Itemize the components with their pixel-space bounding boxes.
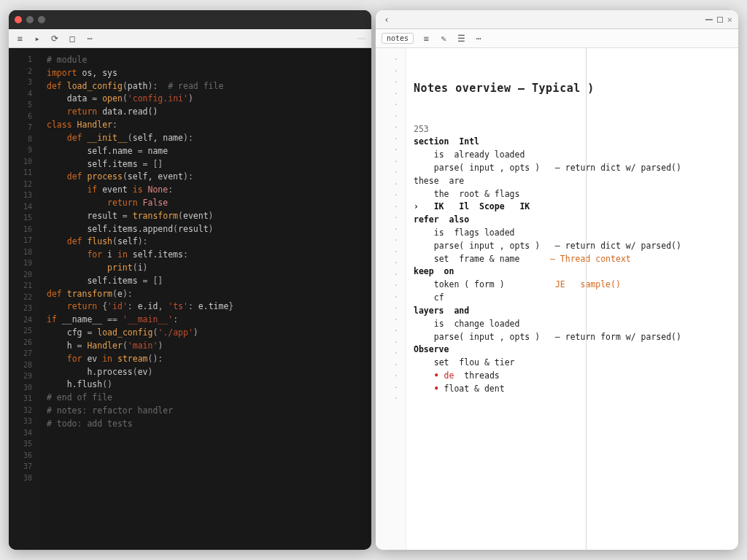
code-line[interactable]: token ( form ) JE sample() (414, 279, 731, 292)
code-line[interactable]: › IK Il Scope IK (414, 201, 731, 214)
reload-icon[interactable]: ⟳ (50, 34, 60, 44)
line-number: 37 (12, 461, 36, 472)
code-line[interactable]: is change loaded (414, 318, 731, 331)
code-line[interactable]: def load_config(path): # read file (47, 80, 364, 93)
code-line[interactable]: def process(self, event): (47, 171, 364, 184)
code-line[interactable]: # module (47, 54, 364, 67)
code-line[interactable]: self.name = name (47, 145, 364, 158)
code-line[interactable]: if event is None: (47, 184, 364, 197)
search-badge[interactable] (357, 38, 365, 39)
code-line[interactable]: # end of file (47, 392, 364, 405)
list-icon[interactable]: ≡ (421, 34, 431, 44)
minimize-icon[interactable] (705, 19, 713, 20)
line-number: · (379, 382, 403, 394)
code-line[interactable]: parse( input , opts ) — return dict w/ p… (414, 240, 731, 253)
code-line[interactable]: self.items = [] (47, 275, 364, 288)
left-gutter: 1234567891011121314151617181920212223242… (9, 48, 39, 550)
code-line[interactable]: # notes: refactor handler (47, 405, 364, 418)
line-number: · (379, 179, 403, 190)
code-line[interactable]: cf (414, 292, 731, 305)
left-code[interactable]: # moduleimport os, sysdef load_config(pa… (39, 48, 371, 550)
outline-icon[interactable]: ☰ (456, 34, 466, 44)
more-icon[interactable]: ⋯ (85, 34, 95, 44)
code-line[interactable]: refer also (414, 214, 731, 227)
code-line[interactable]: the root & flags (414, 188, 731, 201)
left-editor[interactable]: 1234567891011121314151617181920212223242… (9, 48, 371, 550)
right-titlebar[interactable]: ‹ × (376, 10, 738, 29)
page-heading: Notes overview — Typical ) (414, 80, 731, 97)
code-line[interactable]: self.items.append(result) (47, 223, 364, 236)
line-number: · (379, 303, 403, 314)
code-line[interactable]: import os, sys (47, 67, 364, 80)
code-line[interactable]: def __init__(self, name): (47, 132, 364, 145)
code-line[interactable]: class Handler: (47, 119, 364, 132)
line-number: 13 (12, 190, 36, 201)
code-line[interactable]: return False (47, 197, 364, 210)
code-line[interactable]: result = transform(event) (47, 210, 364, 223)
line-number: 23 (12, 303, 36, 314)
maximize-icon[interactable] (38, 16, 45, 23)
line-number: 12 (12, 179, 36, 190)
line-number: · (379, 156, 403, 168)
line-number: 25 (12, 325, 36, 337)
line-number: · (379, 111, 403, 122)
code-line[interactable]: section Intl (414, 136, 731, 149)
code-line[interactable]: these are (414, 175, 731, 188)
code-line[interactable]: if __name__ == '__main__': (47, 314, 364, 327)
line-number: 28 (12, 359, 36, 371)
close-icon[interactable]: × (727, 15, 732, 25)
back-icon[interactable]: ‹ (382, 15, 392, 25)
run-icon[interactable]: ▸ (32, 34, 42, 44)
minimize-icon[interactable] (26, 16, 34, 23)
code-line[interactable]: set frame & name — Thread context (414, 253, 731, 266)
line-number: 17 (12, 235, 36, 246)
line-number: 24 (12, 314, 36, 326)
code-line[interactable]: self.items = [] (47, 158, 364, 171)
tab-active[interactable]: notes (382, 33, 414, 44)
code-line[interactable]: is flags loaded (414, 227, 731, 240)
right-editor[interactable]: ······························· Notes ov… (376, 48, 738, 550)
code-line[interactable]: Observe (414, 343, 731, 357)
code-line[interactable]: parse( input , opts ) — return form w/ p… (414, 331, 731, 344)
line-number: 33 (12, 416, 36, 427)
line-number: · (379, 269, 403, 281)
line-number: · (379, 201, 403, 213)
close-icon[interactable] (15, 16, 22, 23)
code-line[interactable]: for ev in stream(): (47, 353, 364, 366)
line-number: 36 (12, 450, 36, 462)
code-line[interactable]: # todo: add tests (47, 418, 364, 431)
code-line[interactable]: h.flush() (47, 378, 364, 392)
code-line[interactable]: data = open('config.ini') (47, 93, 364, 106)
code-line[interactable]: layers and (414, 305, 731, 318)
line-number: · (379, 337, 403, 349)
maximize-icon[interactable] (717, 17, 723, 23)
code-line[interactable]: parse( input , opts ) — return dict w/ p… (414, 162, 731, 175)
line-number: 8 (12, 133, 36, 145)
right-code[interactable]: Notes overview — Typical ) 253section In… (406, 48, 738, 550)
line-number: · (379, 133, 403, 145)
code-line[interactable]: h = Handler('main') (47, 340, 364, 353)
line-number: · (379, 246, 403, 258)
menu-icon[interactable]: ≡ (15, 34, 25, 44)
code-line[interactable]: cfg = load_config('./app') (47, 327, 364, 340)
code-line[interactable]: def transform(e): (47, 288, 364, 301)
more-icon[interactable]: ⋯ (473, 34, 484, 44)
line-number: 5 (12, 99, 36, 111)
left-titlebar[interactable] (9, 10, 371, 29)
code-line[interactable]: keep on (414, 265, 731, 279)
line-number: 34 (12, 427, 36, 439)
code-line[interactable]: • float & dent (414, 383, 731, 396)
code-line[interactable]: return data.read() (47, 106, 364, 119)
code-line[interactable]: print(i) (47, 262, 364, 275)
line-number: · (379, 99, 403, 111)
code-line[interactable]: def flush(self): (47, 236, 364, 249)
code-line[interactable]: for i in self.items: (47, 249, 364, 262)
edit-icon[interactable]: ✎ (438, 34, 449, 44)
code-line[interactable]: 253 (414, 123, 731, 136)
code-line[interactable]: h.process(ev) (47, 366, 364, 379)
code-line[interactable]: is already loaded (414, 149, 731, 162)
code-line[interactable]: • de threads (414, 370, 731, 383)
code-line[interactable]: set flou & tier (414, 357, 731, 370)
layout-icon[interactable]: □ (67, 34, 77, 44)
code-line[interactable]: return {'id': e.id, 'ts': e.time} (47, 300, 364, 314)
